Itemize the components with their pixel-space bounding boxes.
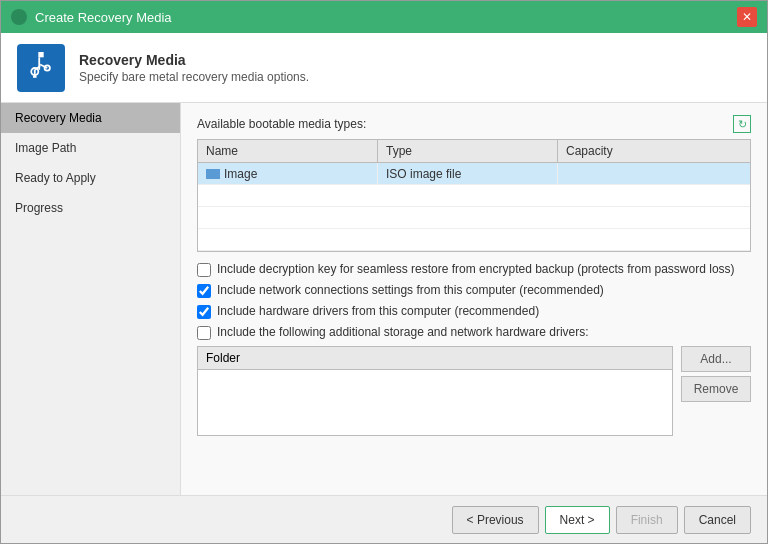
- refresh-icon[interactable]: ↻: [733, 115, 751, 133]
- table-row[interactable]: Image ISO image file: [198, 163, 750, 185]
- usb-icon: [17, 44, 65, 92]
- sidebar-item-image-path[interactable]: Image Path: [1, 133, 180, 163]
- svg-rect-0: [38, 52, 43, 57]
- sidebar-item-recovery-media[interactable]: Recovery Media: [1, 103, 180, 133]
- bottom-bar: < Previous Next > Finish Cancel: [1, 495, 767, 543]
- folder-table: Folder: [197, 346, 673, 436]
- col-capacity: Capacity: [558, 140, 750, 162]
- svg-rect-5: [33, 76, 37, 78]
- col-type: Type: [378, 140, 558, 162]
- sidebar-item-ready-to-apply[interactable]: Ready to Apply: [1, 163, 180, 193]
- remove-button[interactable]: Remove: [681, 376, 751, 402]
- checkbox-row-2: Include network connections settings fro…: [197, 283, 751, 298]
- sidebar: Recovery Media Image Path Ready to Apply…: [1, 103, 181, 495]
- window-title: Create Recovery Media: [35, 10, 172, 25]
- folder-table-header: Folder: [198, 347, 672, 370]
- checkbox-row-3: Include hardware drivers from this compu…: [197, 304, 751, 319]
- titlebar-left: Create Recovery Media: [11, 9, 172, 25]
- header-title: Recovery Media: [79, 52, 309, 68]
- window: Create Recovery Media ✕ Recovery Media: [0, 0, 768, 544]
- add-button[interactable]: Add...: [681, 346, 751, 372]
- table-header: Name Type Capacity: [198, 140, 750, 163]
- image-icon: [206, 169, 220, 179]
- content-area: Recovery Media Image Path Ready to Apply…: [1, 103, 767, 495]
- td-capacity: [558, 163, 750, 184]
- table-row-empty-2: [198, 207, 750, 229]
- checkbox-hardware-drivers[interactable]: [197, 305, 211, 319]
- checkbox-additional-label: Include the following additional storage…: [217, 325, 589, 339]
- checkbox-decryption-key[interactable]: [197, 263, 211, 277]
- table-row-empty-3: [198, 229, 750, 251]
- previous-button[interactable]: < Previous: [452, 506, 539, 534]
- checkbox-row-1: Include decryption key for seamless rest…: [197, 262, 751, 277]
- section-label: Available bootable media types: ↻: [197, 115, 751, 133]
- cancel-button[interactable]: Cancel: [684, 506, 751, 534]
- checkbox-network-connections[interactable]: [197, 284, 211, 298]
- finish-button[interactable]: Finish: [616, 506, 678, 534]
- usb-symbol: [27, 52, 55, 84]
- td-name: Image: [198, 163, 378, 184]
- checkbox-hardware-label: Include hardware drivers from this compu…: [217, 304, 539, 318]
- header-text: Recovery Media Specify bare metal recove…: [79, 52, 309, 84]
- td-type: ISO image file: [378, 163, 558, 184]
- header-subtitle: Specify bare metal recovery media option…: [79, 70, 309, 84]
- folder-buttons: Add... Remove: [681, 346, 751, 436]
- folder-section: Folder Add... Remove: [197, 346, 751, 436]
- titlebar: Create Recovery Media ✕: [1, 1, 767, 33]
- header-bar: Recovery Media Specify bare metal recove…: [1, 33, 767, 103]
- media-table: Name Type Capacity Image ISO image file: [197, 139, 751, 252]
- checkbox-row-4: Include the following additional storage…: [197, 325, 751, 340]
- main-panel: Available bootable media types: ↻ Name T…: [181, 103, 767, 495]
- sidebar-item-progress[interactable]: Progress: [1, 193, 180, 223]
- svg-rect-4: [34, 69, 36, 76]
- checkbox-network-label: Include network connections settings fro…: [217, 283, 604, 297]
- close-button[interactable]: ✕: [737, 7, 757, 27]
- checkbox-additional-drivers[interactable]: [197, 326, 211, 340]
- next-button[interactable]: Next >: [545, 506, 610, 534]
- table-row-empty-1: [198, 185, 750, 207]
- checkbox-decryption-label: Include decryption key for seamless rest…: [217, 262, 735, 276]
- col-name: Name: [198, 140, 378, 162]
- bootable-media-label: Available bootable media types:: [197, 117, 366, 131]
- app-icon: [11, 9, 27, 25]
- table-body: Image ISO image file: [198, 163, 750, 251]
